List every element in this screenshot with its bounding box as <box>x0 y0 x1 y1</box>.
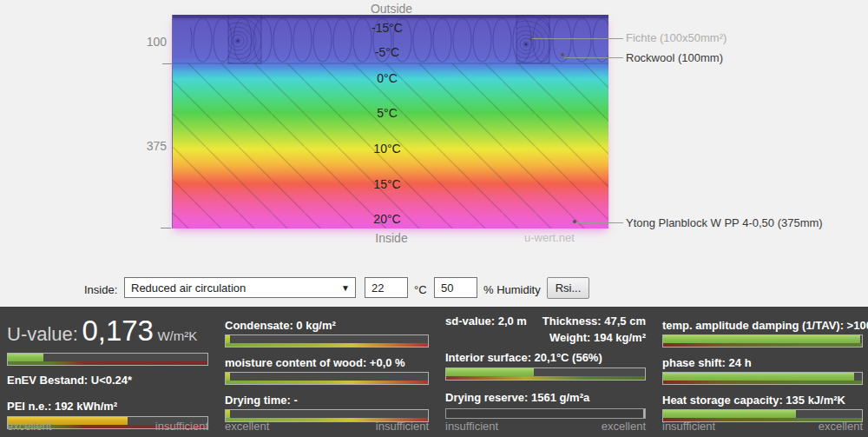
scale-insufficient: insufficient <box>662 420 715 433</box>
thermal-diagram: Outside <box>0 0 868 261</box>
interior-surface-gauge-scale <box>446 376 645 380</box>
chevron-down-icon: ▼ <box>336 283 355 293</box>
condensate-text: Condensate: 0 kg/m² <box>225 319 429 332</box>
scale-labels: insufficient excellent <box>445 420 646 433</box>
scale-excellent: excellent <box>7 420 51 433</box>
scale-insufficient: insufficient <box>445 420 498 433</box>
tav-gauge <box>662 334 863 348</box>
axis-tick <box>162 63 173 64</box>
drying-reserve-text: Drying reserve: 1561 g/m²a <box>445 391 646 404</box>
scale-excellent: excellent <box>225 420 269 433</box>
u-value-gauge-fill <box>8 354 43 361</box>
heat-storage-text: Heat storage capacity: 135 kJ/m²K <box>662 394 863 407</box>
moisture-gauge-fill <box>226 373 230 381</box>
drying-reserve-gauge <box>445 408 646 419</box>
heat-storage-gauge-fill <box>663 410 796 418</box>
layer-label-ytong: Ytong Planblock W PP 4-0,50 (375mm) <box>626 216 823 229</box>
phase-shift-gauge <box>662 372 863 385</box>
axis-tick <box>161 228 171 228</box>
sd-thickness-row: sd-value: 2,0 m Thickness: 47,5 cm <box>445 315 646 328</box>
isotherm-label: 5°C <box>377 106 398 120</box>
isotherm-label: 0°C <box>377 71 398 85</box>
isotherm-label: 10°C <box>373 142 400 156</box>
results-panel: U-value: 0,173 W/m²K EnEV Bestand: U<0.2… <box>0 307 868 437</box>
fichte-leader-line <box>532 38 623 39</box>
u-value-number: 0,173 <box>82 315 154 347</box>
air-circulation-selected-value: Reduced air circulation <box>125 281 336 295</box>
u-value-title: U-value: 0,173 W/m²K <box>7 315 208 348</box>
weight-text: Weight: 194 kg/m² <box>445 331 646 344</box>
results-col-surface: sd-value: 2,0 m Thickness: 47,5 cm Weigh… <box>445 307 662 437</box>
u-value-unit: W/m²K <box>157 328 197 343</box>
scale-labels: excellent insufficient <box>225 420 429 433</box>
u-value-gauge-scale <box>8 361 207 365</box>
moisture-gauge <box>225 372 429 385</box>
condensate-gauge-fill <box>226 335 230 343</box>
outside-label: Outside <box>174 2 609 16</box>
layer-label-fichte: Fichte (100x50mm²) <box>626 31 727 44</box>
u-value-label: U-value: <box>7 323 78 345</box>
u-wert-calculator-page: Outside <box>0 0 868 437</box>
thickness-label-insulation: 100 <box>137 35 167 49</box>
pei-text: PEI n.e.: 192 kWh/m² <box>7 400 208 413</box>
ytong-leader-line <box>576 222 623 223</box>
wall-cross-section: -15°C -5°C 0°C 5°C 10°C 15°C 20°C <box>172 15 608 228</box>
scale-excellent: excellent <box>602 420 646 433</box>
thickness-text: Thickness: 47,5 cm <box>542 315 646 328</box>
tav-gauge-fill <box>663 335 860 343</box>
isotherm-label: 15°C <box>373 177 400 191</box>
rockwool-leader-line <box>564 57 623 58</box>
isotherm-label: -15°C <box>372 21 403 35</box>
moisture-text: moisture content of wood: +0,0 % <box>225 356 429 369</box>
results-col-uvalue: U-value: 0,173 W/m²K EnEV Bestand: U<0.2… <box>7 307 225 437</box>
drying-time-gauge-fill <box>226 410 230 418</box>
temperature-input[interactable] <box>365 277 408 298</box>
tav-gauge-scale <box>663 343 862 347</box>
sd-value-text: sd-value: 2,0 m <box>445 315 527 328</box>
layer-label-rockwool: Rockwool (100mm) <box>626 51 723 64</box>
scale-labels: excellent insufficient <box>7 420 208 433</box>
rsi-button[interactable]: Rsi... <box>547 277 589 299</box>
thickness-label-wall: 375 <box>137 139 167 153</box>
interior-surface-gauge-fill <box>446 368 534 376</box>
moisture-gauge-scale <box>226 381 428 384</box>
scale-excellent: excellent <box>819 420 863 433</box>
isotherm-label: -5°C <box>375 45 399 59</box>
humidity-unit-label: % Humidity <box>483 283 541 296</box>
isotherm-label: 20°C <box>373 212 400 226</box>
enev-text: EnEV Bestand: U<0.24* <box>7 374 208 387</box>
phase-shift-gauge-fill <box>663 373 854 381</box>
inside-climate-label: Inside: <box>84 283 117 296</box>
air-circulation-select[interactable]: Reduced air circulation ▼ <box>124 277 356 298</box>
humidity-input[interactable] <box>434 277 477 298</box>
condensate-gauge-scale <box>226 343 428 347</box>
phase-shift-text: phase shift: 24 h <box>662 356 863 369</box>
drying-time-text: Drying time: - <box>225 394 429 407</box>
condensate-gauge <box>225 334 429 348</box>
scale-insufficient: insufficient <box>155 420 208 433</box>
temperature-unit-label: °C <box>414 283 427 296</box>
scale-labels: insufficient excellent <box>662 420 863 433</box>
interior-surface-text: Interior surface: 20,1°C (56%) <box>445 351 646 364</box>
tav-text: temp. amplitude damping (1/TAV): >100 <box>662 319 863 332</box>
results-col-thermal-mass: temp. amplitude damping (1/TAV): >100 ph… <box>662 307 868 437</box>
watermark: u-wert.net <box>524 231 575 244</box>
interior-surface-gauge <box>445 367 646 381</box>
phase-shift-gauge-scale <box>663 381 862 384</box>
u-value-gauge <box>7 353 208 366</box>
scale-insufficient: insufficient <box>376 420 429 433</box>
rockwool-leader-dot <box>561 53 564 56</box>
results-col-moisture: Condensate: 0 kg/m² moisture content of … <box>225 307 445 437</box>
inside-climate-controls: Inside: Reduced air circulation ▼ °C % H… <box>0 277 868 301</box>
